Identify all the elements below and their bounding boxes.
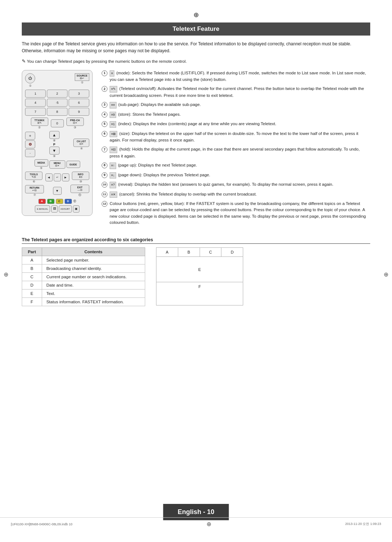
item-10-text: ≡? (reveal): Displays the hidden text (a… xyxy=(110,181,333,188)
cell-part-a: A xyxy=(22,256,42,264)
item-4-text: ≡9 (store): Stores the Teletext pages. xyxy=(110,111,181,118)
cell-part-c: C xyxy=(22,273,42,281)
numbered-list: 1 ≡ (mode): Selects the Teletext mode (L… xyxy=(102,70,370,229)
table-row: F Status information. FASTEXT informatio… xyxy=(22,298,145,306)
color-btn-b[interactable]: B xyxy=(47,199,54,204)
side-compass-right-icon: ⊕ xyxy=(384,271,388,278)
guide-button[interactable]: GUIDE xyxy=(66,161,80,168)
cell-part-b: B xyxy=(22,264,42,273)
pic-button[interactable]: 🖼 xyxy=(51,205,58,213)
table-row: C Current page number or search indicati… xyxy=(22,273,145,281)
table-row: D Date and time. xyxy=(22,281,145,290)
item-7: 7 ≡⊟ (hold): Holds the display at the cu… xyxy=(102,146,370,159)
num-9: 9 xyxy=(102,172,107,178)
cell-content-c: Current page number or search indication… xyxy=(42,273,145,281)
return-button[interactable]: RETURN ↩⊟ xyxy=(25,185,44,193)
num-8: 8 xyxy=(102,163,107,168)
item-11-text: ≡✕ (cancel): Shrinks the Teletext displa… xyxy=(110,191,257,198)
diagram-cell-d: D xyxy=(221,248,243,256)
color-btn-c[interactable]: C xyxy=(56,199,63,204)
nav-up[interactable]: ▲ xyxy=(49,131,60,139)
btn-1[interactable]: 1 xyxy=(25,90,46,98)
vol-up[interactable]: + xyxy=(25,132,35,140)
item-12: 12 Colour buttons (red, green, yellow, b… xyxy=(102,201,370,226)
item-3: 3 ≡≡ (sub-page): Displays the available … xyxy=(102,102,370,108)
tools-button[interactable]: TOOLS ✎⊟ xyxy=(25,172,42,180)
num-5: 5 xyxy=(102,121,107,127)
btn-2[interactable]: 2 xyxy=(47,90,68,98)
btn-7[interactable]: 7 xyxy=(25,108,46,116)
num-2: 2 xyxy=(102,86,107,92)
item-12-text: Colour buttons (red, green, yellow, blue… xyxy=(110,201,370,226)
mute-button[interactable]: 🔇 xyxy=(25,140,35,148)
extra-button[interactable]: ▣ xyxy=(73,205,79,213)
p-label: P xyxy=(53,143,55,146)
item-6: 6 ≡⊠ (size): Displays the teletext on th… xyxy=(102,131,370,144)
page-wrapper: ⊕ ⊕ ⊕ Teletext Feature The index page of… xyxy=(0,0,392,542)
item-9-text: ≡↓ (page down): Displays the previous Te… xyxy=(110,172,210,179)
nav-left[interactable]: ◄ xyxy=(45,173,53,181)
num-10: 10 xyxy=(102,182,107,188)
cell-content-d: Date and time. xyxy=(42,281,145,290)
color-btn-d[interactable]: D xyxy=(65,199,72,204)
source-button[interactable]: SOURCE ⊞↵ xyxy=(75,73,89,81)
btn-9[interactable]: 9 xyxy=(69,108,89,116)
num-12: 12 xyxy=(102,201,107,207)
num-6: 6 xyxy=(102,131,107,137)
exit-button[interactable]: EXIT —⊟ xyxy=(70,185,89,193)
remote-container: ⏻ ① SOURCE ⊞↵ ① 1 2 3 xyxy=(22,70,94,229)
diagram-middle: E xyxy=(156,257,243,282)
cell-content-b: Broadcasting channel identity. xyxy=(42,264,145,273)
nav-down[interactable]: ▼ xyxy=(49,147,60,155)
item-5: 5 ≡1 (index): Displays the index (conten… xyxy=(102,121,370,128)
vol-down[interactable]: · xyxy=(25,149,35,157)
cell-part-e: E xyxy=(22,290,42,298)
note-text: ✎ You can change Teletext pages by press… xyxy=(22,58,370,65)
btn-0[interactable]: 0 xyxy=(51,119,64,127)
btn-8[interactable]: 8 xyxy=(47,108,68,116)
num-7: 7 xyxy=(102,147,107,152)
page-footer: [UF6100-XH]BN68-04906C-08L09.indb 10 ⊕ 2… xyxy=(0,517,392,527)
item-11: 11 ≡✕ (cancel): Shrinks the Teletext dis… xyxy=(102,191,370,198)
adsubt-button[interactable]: AD/SUBT xyxy=(59,205,72,213)
intro-text: The index page of the Teletext service g… xyxy=(22,41,370,54)
nav-right[interactable]: ► xyxy=(62,173,69,181)
prech-button[interactable]: PRE-CH ⊟≡ xyxy=(66,118,84,126)
item-1-text: ≡ (mode): Selects the Teletext mode (LIS… xyxy=(110,70,370,83)
item-2: 2 ≡✎ (Teletext on/mix/off): Activates th… xyxy=(102,86,370,99)
item-8-text: ≡↑ (page up): Displays the next Teletext… xyxy=(110,162,197,169)
btn-5[interactable]: ·5 xyxy=(47,99,68,107)
diagram-cell-b: B xyxy=(178,248,200,256)
item-5-text: ≡1 (index): Displays the index (contents… xyxy=(110,121,276,128)
nav-ok[interactable]: ↵ xyxy=(54,173,61,181)
chlist-button[interactable]: CH LIST ⊟≡ xyxy=(73,139,89,147)
color-btn-a[interactable]: A xyxy=(38,199,46,204)
nav-down-center[interactable]: ▼ xyxy=(53,187,62,195)
item-3-text: ≡≡ (sub-page): Displays the available su… xyxy=(110,102,201,108)
item-10: 10 ≡? (reveal): Displays the hidden text… xyxy=(102,181,370,188)
diagram-top-row: A B C D xyxy=(156,248,243,257)
info-button[interactable]: INFO ℹ⊟ xyxy=(72,172,89,180)
categories-table: Part Contents A Selected page number. B … xyxy=(22,247,145,306)
footer-right: 2013-11-20 오전 1:09:23 xyxy=(345,522,381,526)
table-row: E Text. xyxy=(22,290,145,298)
cell-part-f: F xyxy=(22,298,42,306)
num-4: 4 xyxy=(102,112,107,118)
btn-4[interactable]: 4 xyxy=(25,99,46,107)
btn-6[interactable]: 6 xyxy=(69,99,89,107)
item-8: 8 ≡↑ (page up): Displays the next Telete… xyxy=(102,162,370,169)
item-4: 4 ≡9 (store): Stores the Teletext pages. xyxy=(102,111,370,118)
side-compass-left-icon: ⊕ xyxy=(4,271,8,278)
ttx-button[interactable]: TTX/MIX ⊞✎ xyxy=(31,118,48,126)
diagram-cell-a: A xyxy=(156,248,178,256)
emanual-button[interactable]: E-MANUAL xyxy=(35,205,50,213)
diagram-box: A B C D E F xyxy=(156,247,243,305)
cell-part-d: D xyxy=(22,281,42,290)
footer-compass-icon: ⊕ xyxy=(207,521,211,527)
menu-button[interactable]: MENU ⊟≡ xyxy=(49,160,65,169)
media-button[interactable]: MEDIA xyxy=(34,159,48,167)
btn-3[interactable]: 3 xyxy=(69,90,89,98)
footer-left: [UF6100-XH]BN68-04906C-08L09.indb 10 xyxy=(11,522,73,526)
power-button[interactable]: ⏻ xyxy=(25,73,35,83)
categories-content: Part Contents A Selected page number. B … xyxy=(22,247,370,306)
